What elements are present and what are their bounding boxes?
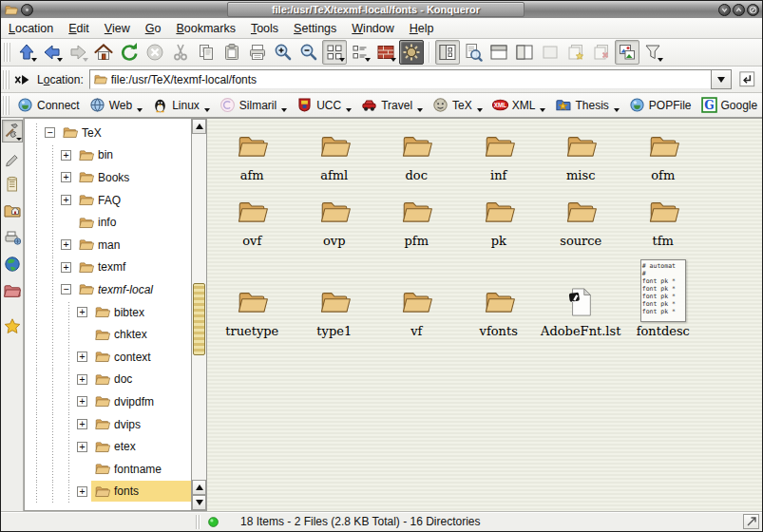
bookmark-tex[interactable]: TeX <box>429 95 487 115</box>
menu-location[interactable]: Location <box>9 22 53 35</box>
go-button[interactable] <box>735 68 758 91</box>
tree-row-body[interactable]: TeX <box>59 123 191 143</box>
bookmark-web[interactable]: Web <box>86 95 147 115</box>
file-item-adobefnt.lst[interactable]: AdobeFnt.lst <box>540 280 622 338</box>
filter-button[interactable] <box>640 40 665 65</box>
tree-item-dvipdfm[interactable]: +dvipdfm <box>25 390 191 413</box>
tree-item-man[interactable]: +man <box>25 234 191 256</box>
bookmark-xml[interactable]: XMLXML <box>489 95 551 115</box>
menu-view[interactable]: View <box>105 22 130 35</box>
tree-row-body[interactable]: fonts <box>91 481 191 502</box>
tree-row-body[interactable]: texmf <box>75 256 191 277</box>
scroll-down-button[interactable] <box>192 495 206 510</box>
expand-expander[interactable]: + <box>61 195 71 205</box>
collapse-expander[interactable]: − <box>45 127 55 138</box>
file-item-inf[interactable]: inf <box>458 124 541 182</box>
tree-item-bibtex[interactable]: +bibtex <box>25 301 191 324</box>
tree-row-body[interactable]: fontname <box>91 459 191 480</box>
history-button[interactable] <box>2 173 23 196</box>
tree-item-bin[interactable]: +bin <box>25 144 191 167</box>
gear-button[interactable] <box>399 40 424 65</box>
file-item-vf[interactable]: vf <box>375 280 458 338</box>
toolbar-grip[interactable] <box>3 96 10 115</box>
tree-item-info[interactable]: info <box>25 211 191 234</box>
reload-button[interactable] <box>117 40 142 65</box>
expand-expander[interactable]: + <box>77 419 87 429</box>
tree-item-books[interactable]: +Books <box>25 166 191 189</box>
tree-row-body[interactable]: info <box>75 212 191 233</box>
location-input[interactable]: file:/usr/TeX/texmf-local/fonts <box>89 69 711 89</box>
file-item-pk[interactable]: pk <box>458 190 541 248</box>
titlebox[interactable]: file:/usr/TeX/texmf-local/fonts - Konque… <box>227 2 525 17</box>
bookmark-popfile[interactable]: POPFile <box>626 95 696 115</box>
tree-item-texmf-local[interactable]: −texmf-local <box>25 278 191 301</box>
network-button[interactable] <box>2 253 23 276</box>
zoom-out-button[interactable] <box>296 40 321 65</box>
menu-tools[interactable]: Tools <box>251 22 278 35</box>
tree-row-body[interactable]: bin <box>75 144 191 165</box>
file-item-fontdesc[interactable]: # automat # font pk * font pk * font pk … <box>622 254 705 338</box>
file-item-source[interactable]: source <box>540 190 622 248</box>
show-navigation-panel-button[interactable] <box>435 40 460 65</box>
maximize-button[interactable] <box>733 4 745 16</box>
bookmark-connect[interactable]: Connect <box>14 95 85 115</box>
bookmark-silmaril[interactable]: Silmaril <box>217 95 292 115</box>
clear-location-button[interactable] <box>12 69 33 90</box>
tree-row-body[interactable]: FAQ <box>75 190 191 211</box>
file-item-ofm[interactable]: ofm <box>622 124 705 182</box>
tree-item-etex[interactable]: +etex <box>25 435 191 458</box>
expand-expander[interactable]: + <box>77 352 87 362</box>
tree-item-faq[interactable]: +FAQ <box>25 189 191 212</box>
tree-item-fontname[interactable]: fontname <box>25 458 191 481</box>
tree-item-texmf[interactable]: +texmf <box>25 256 191 279</box>
services-button[interactable] <box>2 226 23 249</box>
home-directory-button[interactable] <box>2 200 23 222</box>
bookmark-ucc[interactable]: UCC <box>294 95 356 115</box>
file-item-misc[interactable]: misc <box>540 124 622 182</box>
tree-row-body[interactable]: man <box>75 235 191 256</box>
tree-row-body[interactable]: dvips <box>91 414 191 435</box>
tree-row-body[interactable]: texmf-local <box>75 279 191 300</box>
tree-item-context[interactable]: +context <box>25 346 191 369</box>
sticky-button[interactable] <box>21 4 33 16</box>
tree-row-body[interactable]: dvipdfm <box>91 391 191 412</box>
expand-expander[interactable]: + <box>61 239 71 250</box>
back-button[interactable] <box>40 40 65 65</box>
tree-row-body[interactable]: context <box>91 347 191 368</box>
tree-row-body[interactable]: Books <box>75 167 191 188</box>
tree-item-fonts[interactable]: +fonts <box>25 481 191 504</box>
find-file-button[interactable] <box>461 40 486 65</box>
menu-help[interactable]: Help <box>410 22 434 35</box>
toolbar-grip[interactable] <box>3 70 10 89</box>
home-button[interactable] <box>91 40 116 65</box>
bookmark-google[interactable]: GGoogle <box>698 95 763 115</box>
expand-expander[interactable]: + <box>77 486 87 497</box>
expand-expander[interactable]: + <box>61 150 71 161</box>
zoom-in-button[interactable] <box>271 40 296 65</box>
scroll-up-button[interactable] <box>192 119 206 134</box>
tree-item-dvips[interactable]: +dvips <box>25 413 191 436</box>
tree-row-body[interactable]: chktex <box>91 324 191 345</box>
tree-row-body[interactable]: etex <box>91 436 191 457</box>
menu-go[interactable]: Go <box>145 22 162 35</box>
file-item-tfm[interactable]: tfm <box>622 190 705 248</box>
bookmarks-button[interactable] <box>2 315 23 338</box>
scroll-up-button-bottom[interactable] <box>192 480 206 495</box>
collapse-expander[interactable]: − <box>61 284 71 294</box>
resize-grip-button[interactable] <box>743 514 759 529</box>
tree-item-doc[interactable]: +doc <box>25 369 191 391</box>
root-directory-button[interactable] <box>2 279 23 302</box>
bookmark-travel[interactable]: Travel <box>358 95 428 115</box>
up-button[interactable] <box>14 40 39 65</box>
expand-expander[interactable]: + <box>77 396 87 407</box>
file-item-afm[interactable]: afm <box>211 124 294 182</box>
file-item-ovf[interactable]: ovf <box>211 190 294 248</box>
tree-item-chktex[interactable]: chktex <box>25 323 191 346</box>
file-item-doc[interactable]: doc <box>375 124 458 182</box>
statusbar-grip[interactable] <box>196 515 200 529</box>
expand-expander[interactable]: + <box>77 374 87 385</box>
annotate-button[interactable] <box>2 146 23 169</box>
tree-row-body[interactable]: bibtex <box>91 302 191 323</box>
tree-item-tex[interactable]: −TeX <box>25 122 191 144</box>
detail-view-button[interactable] <box>348 40 372 65</box>
